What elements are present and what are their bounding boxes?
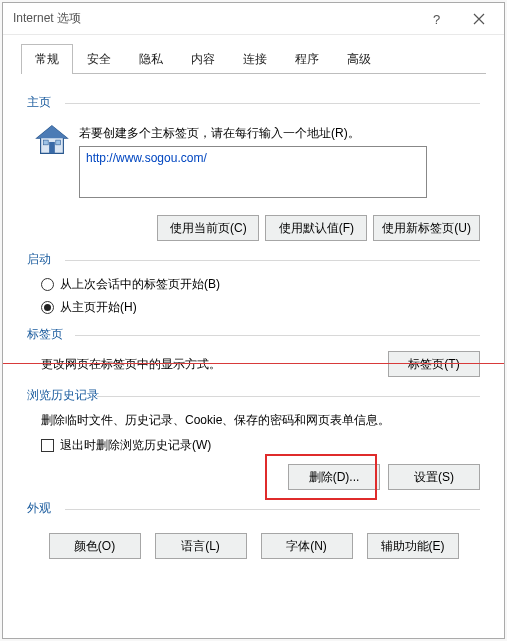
tab-connections[interactable]: 连接 <box>229 44 281 74</box>
window-title: Internet 选项 <box>13 10 416 27</box>
tabstrip: 常规 安全 隐私 内容 连接 程序 高级 <box>3 35 504 73</box>
titlebar: Internet 选项 ? <box>3 3 504 35</box>
history-settings-button[interactable]: 设置(S) <box>388 464 480 490</box>
svg-rect-4 <box>56 140 61 145</box>
use-newtab-button[interactable]: 使用新标签页(U) <box>373 215 480 241</box>
close-button[interactable] <box>458 5 500 33</box>
tab-privacy[interactable]: 隐私 <box>125 44 177 74</box>
history-desc: 删除临时文件、历史记录、Cookie、保存的密码和网页表单信息。 <box>41 412 480 429</box>
radio-homepage[interactable]: 从主页开始(H) <box>41 299 480 316</box>
group-history: 浏览历史记录 <box>27 387 480 404</box>
radio-last-session-label: 从上次会话中的标签页开始(B) <box>60 276 220 293</box>
tab-advanced[interactable]: 高级 <box>333 44 385 74</box>
tabs-settings-button[interactable]: 标签页(T) <box>388 351 480 377</box>
svg-marker-5 <box>37 126 67 138</box>
tabs-desc: 更改网页在标签页中的显示方式。 <box>41 356 221 373</box>
internet-options-dialog: Internet 选项 ? 常规 安全 隐私 内容 连接 程序 高级 主页 <box>2 2 505 639</box>
homepage-input[interactable] <box>79 146 427 198</box>
group-startup: 启动 <box>27 251 480 268</box>
accessibility-button[interactable]: 辅助功能(E) <box>367 533 459 559</box>
tab-programs[interactable]: 程序 <box>281 44 333 74</box>
group-tabs: 标签页 <box>27 326 480 343</box>
home-instruction: 若要创建多个主标签页，请在每行输入一个地址(R)。 <box>79 125 480 142</box>
tab-security[interactable]: 安全 <box>73 44 125 74</box>
tab-panel-general: 主页 若要创建多个主标签页，请在每行输入一个地址(R)。 使用当前页(C) 使用… <box>3 74 504 575</box>
radio-last-session[interactable]: 从上次会话中的标签页开始(B) <box>41 276 480 293</box>
help-button[interactable]: ? <box>416 5 458 33</box>
colors-button[interactable]: 颜色(O) <box>49 533 141 559</box>
svg-rect-2 <box>49 142 55 153</box>
svg-text:?: ? <box>433 13 440 25</box>
languages-button[interactable]: 语言(L) <box>155 533 247 559</box>
group-appearance: 外观 <box>27 500 480 517</box>
fonts-button[interactable]: 字体(N) <box>261 533 353 559</box>
delete-on-exit-checkbox[interactable]: 退出时删除浏览历史记录(W) <box>41 437 480 454</box>
tab-general[interactable]: 常规 <box>21 44 73 74</box>
svg-rect-3 <box>43 140 48 145</box>
radio-homepage-label: 从主页开始(H) <box>60 299 137 316</box>
annotation-divider <box>3 363 504 364</box>
use-default-button[interactable]: 使用默认值(F) <box>265 215 367 241</box>
group-home: 主页 <box>27 94 480 111</box>
delete-on-exit-label: 退出时删除浏览历史记录(W) <box>60 437 211 454</box>
delete-history-button[interactable]: 删除(D)... <box>288 464 380 490</box>
tab-content[interactable]: 内容 <box>177 44 229 74</box>
home-icon <box>33 123 71 157</box>
use-current-button[interactable]: 使用当前页(C) <box>157 215 259 241</box>
